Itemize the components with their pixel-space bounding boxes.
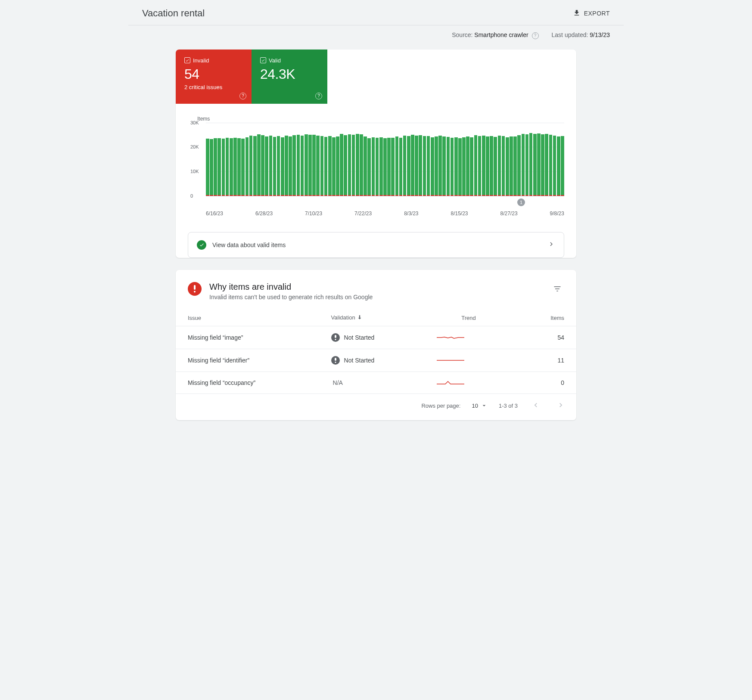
chart-bar[interactable] bbox=[549, 135, 553, 196]
chart-bar[interactable] bbox=[367, 138, 371, 196]
chart-bar[interactable] bbox=[222, 139, 225, 195]
chart-bar[interactable] bbox=[308, 135, 312, 196]
chart-bar[interactable] bbox=[297, 135, 300, 196]
chart-bar[interactable] bbox=[383, 138, 387, 196]
chart-bar[interactable] bbox=[328, 136, 332, 196]
chart-bar[interactable] bbox=[399, 138, 403, 196]
tile-valid[interactable]: Valid 24.3K ? bbox=[252, 50, 327, 104]
chart-bar[interactable] bbox=[494, 137, 497, 196]
chart-bar[interactable] bbox=[438, 136, 442, 196]
tile-invalid[interactable]: Invalid 54 2 critical issues ? bbox=[176, 50, 252, 104]
chart-bar[interactable] bbox=[261, 135, 264, 196]
chart-bar[interactable] bbox=[372, 137, 375, 195]
chart-bar[interactable] bbox=[292, 135, 296, 196]
chart-bar[interactable] bbox=[486, 136, 489, 196]
chart-bar[interactable] bbox=[466, 136, 469, 195]
chart-bar[interactable] bbox=[214, 138, 217, 196]
chart-marker[interactable]: 1 bbox=[517, 198, 525, 206]
chart-bar[interactable] bbox=[415, 136, 418, 195]
chart-bar[interactable] bbox=[442, 136, 446, 196]
help-icon[interactable]: ? bbox=[315, 93, 322, 99]
chart-bar[interactable] bbox=[301, 136, 304, 196]
chart-bar[interactable] bbox=[537, 133, 541, 196]
chart-bar[interactable] bbox=[356, 134, 359, 195]
chart-bar[interactable] bbox=[305, 134, 308, 196]
chart-bar[interactable] bbox=[265, 136, 268, 196]
chart-bar[interactable] bbox=[447, 137, 450, 196]
chart-bar[interactable] bbox=[510, 136, 513, 196]
chart-bar[interactable] bbox=[226, 138, 229, 195]
col-items[interactable]: Items bbox=[512, 305, 576, 326]
chart-bar[interactable] bbox=[395, 136, 399, 195]
chart-bar[interactable] bbox=[285, 136, 288, 195]
chart-bar[interactable] bbox=[525, 134, 529, 195]
rows-per-page-select[interactable]: 10 bbox=[472, 402, 487, 409]
table-row[interactable]: Missing field “occupancy”N/A0 bbox=[176, 372, 576, 393]
chart-bar[interactable] bbox=[230, 138, 233, 196]
chart-bar[interactable] bbox=[379, 137, 383, 196]
chart-bar[interactable] bbox=[376, 138, 379, 195]
chart-bar[interactable] bbox=[241, 139, 245, 196]
chart-bar[interactable] bbox=[470, 137, 473, 196]
chart-bar[interactable] bbox=[517, 135, 521, 196]
table-row[interactable]: Missing field “identifier”Not Started11 bbox=[176, 349, 576, 372]
chart-bar[interactable] bbox=[403, 136, 407, 196]
chart-bar[interactable] bbox=[431, 137, 434, 195]
table-row[interactable]: Missing field “image”Not Started54 bbox=[176, 326, 576, 349]
chart-bar[interactable] bbox=[419, 135, 422, 196]
chart-bar[interactable] bbox=[277, 136, 280, 196]
chart-bar[interactable] bbox=[364, 136, 367, 195]
view-valid-items-link[interactable]: View data about valid items bbox=[188, 232, 564, 258]
chart-bar[interactable] bbox=[474, 135, 478, 196]
chart-bar[interactable] bbox=[348, 134, 351, 195]
chart-bar[interactable] bbox=[541, 134, 544, 196]
chart-bar[interactable] bbox=[391, 138, 395, 195]
chart-bar[interactable] bbox=[522, 134, 525, 196]
chart-bar[interactable] bbox=[273, 137, 277, 196]
chart-bar[interactable] bbox=[332, 137, 336, 195]
pager-prev-button[interactable] bbox=[529, 398, 543, 413]
chart-bar[interactable] bbox=[352, 135, 355, 195]
export-button[interactable]: EXPORT bbox=[573, 9, 610, 18]
chart-bar[interactable] bbox=[324, 137, 328, 196]
filter-button[interactable] bbox=[550, 282, 564, 297]
chart-bar[interactable] bbox=[561, 136, 564, 196]
chart-bar[interactable] bbox=[206, 139, 209, 196]
help-icon[interactable]: ? bbox=[532, 32, 539, 39]
chart-bar[interactable] bbox=[458, 138, 462, 196]
chart-bar[interactable] bbox=[233, 138, 237, 196]
chart-bar[interactable] bbox=[336, 136, 339, 196]
chart-bar[interactable] bbox=[502, 136, 505, 195]
chart-bar[interactable] bbox=[482, 136, 485, 196]
help-icon[interactable]: ? bbox=[239, 93, 246, 99]
col-issue[interactable]: Issue bbox=[176, 305, 331, 326]
chart-bar[interactable] bbox=[498, 136, 501, 195]
chart-bar[interactable] bbox=[545, 134, 548, 196]
chart-bar[interactable] bbox=[237, 138, 241, 195]
chart-bar[interactable] bbox=[344, 135, 347, 196]
pager-next-button[interactable] bbox=[554, 398, 568, 413]
col-validation[interactable]: Validation bbox=[331, 305, 425, 326]
chart-bar[interactable] bbox=[312, 135, 316, 195]
chart-bar[interactable] bbox=[557, 136, 560, 196]
chart-bar[interactable] bbox=[218, 138, 221, 195]
chart-bar[interactable] bbox=[451, 138, 454, 196]
chart-bar[interactable] bbox=[513, 136, 517, 195]
chart-bar[interactable] bbox=[553, 136, 556, 195]
chart-bar[interactable] bbox=[289, 136, 292, 195]
chart-bar[interactable] bbox=[281, 137, 284, 196]
chart-bar[interactable] bbox=[423, 136, 426, 196]
chart-bar[interactable] bbox=[387, 138, 391, 196]
chart-bar[interactable] bbox=[454, 137, 458, 196]
chart-bar[interactable] bbox=[320, 136, 324, 195]
chart-bar[interactable] bbox=[269, 136, 273, 196]
chart-bar[interactable] bbox=[407, 136, 410, 195]
chart-bar[interactable] bbox=[533, 134, 537, 195]
chart-bar[interactable] bbox=[435, 136, 438, 195]
chart-bar[interactable] bbox=[506, 137, 509, 196]
chart-bar[interactable] bbox=[210, 139, 213, 195]
chart-bar[interactable] bbox=[257, 134, 261, 196]
chart-bar[interactable] bbox=[411, 135, 414, 195]
chart-bar[interactable] bbox=[490, 136, 493, 196]
chart-bar[interactable] bbox=[316, 136, 320, 195]
